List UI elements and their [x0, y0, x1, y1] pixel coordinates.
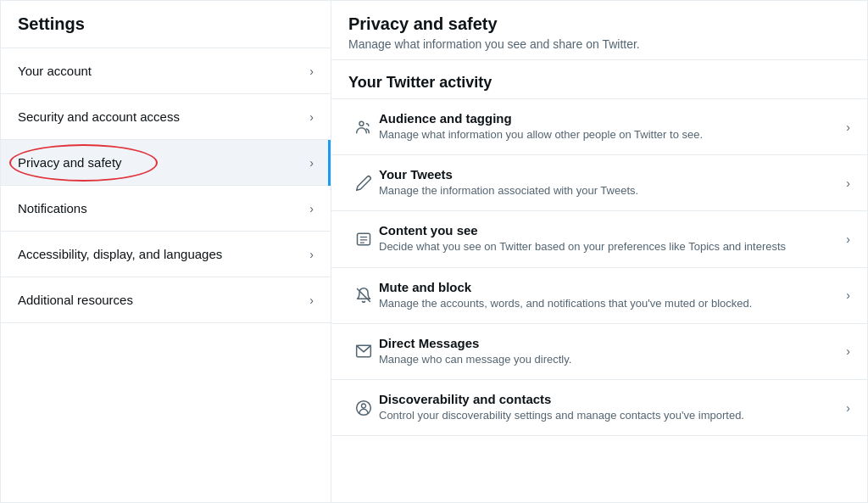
menu-item-direct-messages[interactable]: Direct Messages Manage who can message y…: [331, 324, 867, 380]
chevron-icon: ›: [846, 288, 850, 302]
chevron-icon: ›: [846, 344, 850, 358]
chevron-icon: ›: [846, 401, 850, 415]
menu-item-text: Content you see Decide what you see on T…: [379, 223, 839, 254]
chevron-icon: ›: [309, 156, 314, 170]
svg-point-0: [359, 121, 364, 126]
menu-item-discoverability[interactable]: Discoverability and contacts Control you…: [331, 380, 867, 436]
sidebar: Settings Your account › Security and acc…: [1, 1, 331, 502]
menu-item-text: Audience and tagging Manage what informa…: [379, 111, 839, 143]
chevron-icon: ›: [309, 64, 314, 78]
menu-item-mute-block[interactable]: Mute and block Manage the accounts, word…: [331, 268, 867, 324]
list-icon: [348, 231, 379, 248]
sidebar-item-notifications[interactable]: Notifications ›: [1, 186, 331, 232]
sidebar-item-privacy-safety[interactable]: Privacy and safety ›: [1, 140, 331, 186]
chevron-icon: ›: [309, 293, 314, 307]
chevron-icon: ›: [846, 232, 850, 246]
svg-point-8: [362, 404, 366, 408]
sidebar-item-your-account[interactable]: Your account ›: [1, 48, 331, 94]
pencil-icon: [348, 175, 379, 192]
chevron-icon: ›: [846, 120, 850, 134]
sidebar-item-accessibility[interactable]: Accessibility, display, and languages ›: [1, 232, 331, 277]
bell-slash-icon: [348, 287, 379, 304]
person-circle-icon: [348, 400, 379, 416]
sidebar-item-additional-resources[interactable]: Additional resources ›: [1, 277, 331, 323]
menu-item-your-tweets[interactable]: Your Tweets Manage the information assoc…: [331, 155, 867, 211]
chevron-icon: ›: [846, 176, 850, 190]
settings-page: Settings Your account › Security and acc…: [0, 0, 868, 503]
sidebar-item-privacy-wrapper: Privacy and safety ›: [1, 140, 331, 186]
main-header: Privacy and safety Manage what informati…: [331, 1, 867, 60]
chevron-icon: ›: [309, 248, 314, 261]
section-header: Your Twitter activity: [331, 60, 867, 99]
people-icon: [348, 119, 379, 136]
main-content: Privacy and safety Manage what informati…: [331, 1, 867, 502]
menu-item-content-you-see[interactable]: Content you see Decide what you see on T…: [331, 211, 867, 267]
chevron-icon: ›: [309, 110, 314, 124]
menu-item-text: Direct Messages Manage who can message y…: [379, 336, 839, 367]
menu-item-text: Your Tweets Manage the information assoc…: [379, 167, 839, 198]
sidebar-title: Settings: [1, 1, 331, 48]
chevron-icon: ›: [309, 202, 314, 215]
menu-item-text: Mute and block Manage the accounts, word…: [379, 280, 839, 311]
main-title: Privacy and safety: [348, 14, 850, 34]
envelope-icon: [348, 343, 379, 360]
menu-item-text: Discoverability and contacts Control you…: [379, 392, 839, 423]
main-subtitle: Manage what information you see and shar…: [348, 37, 850, 51]
active-indicator: [328, 140, 331, 186]
menu-item-audience-tagging[interactable]: Audience and tagging Manage what informa…: [331, 99, 867, 155]
sidebar-item-security[interactable]: Security and account access ›: [1, 94, 331, 140]
